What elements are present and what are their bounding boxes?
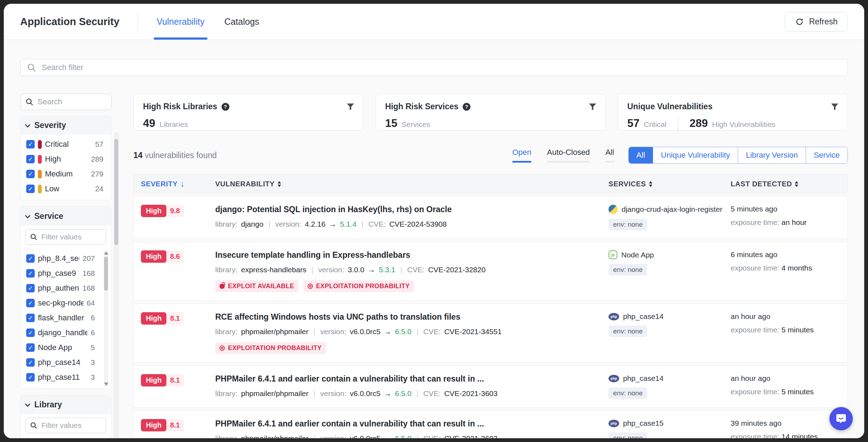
version-fixed: 5.1.4 [340,220,356,228]
table-row[interactable]: High 8.6 Insecure template handling in E… [133,242,848,301]
status-tab[interactable]: Auto-Closed [547,148,590,163]
help-icon[interactable]: ? [222,103,229,111]
service-filter-item[interactable]: ✓ php_authentic... 168 [21,281,111,296]
service-filter-item[interactable]: ✓ php_8.4_secur... 207 [21,251,111,266]
checkbox-checked-icon[interactable]: ✓ [26,328,35,337]
service-filter-item[interactable]: ✓ php_case14 3 [21,355,111,370]
service-name[interactable]: django-crud-ajax-login-register [622,205,723,214]
status-tab[interactable]: All [605,148,614,163]
sort-descending-icon: ↓ [181,179,185,189]
service-filter-item[interactable]: ✓ sec-pkg-node 64 [21,296,111,310]
service-section-header[interactable]: Service [21,207,111,226]
service-name[interactable]: php_case14 [623,312,663,321]
table-row[interactable]: High 8.1 RCE affecting Windows hosts via… [133,303,848,363]
checkbox-checked-icon[interactable]: ✓ [26,254,35,263]
service-filter-item[interactable]: ✓ django_handler 6 [21,325,111,340]
column-header[interactable]: VULNERABILITY ↓ [215,180,609,188]
severity-filter-item[interactable]: ✓ High 289 [21,152,111,167]
filter-funnel-icon[interactable] [589,103,596,110]
sidebar-scrollbar[interactable] [114,132,119,438]
severity-color-pill [38,185,42,193]
checkbox-checked-icon[interactable]: ✓ [26,314,35,322]
column-header[interactable]: SEVERITY ↓ [134,179,215,189]
arrow-right-icon: → [384,327,392,336]
column-header[interactable]: SERVICES ↓ [609,180,731,188]
exposure-time: an hour [782,218,807,226]
exposure-time: 5 minutes [782,326,814,334]
service-name[interactable]: Node App [621,251,654,259]
severity-filter-item[interactable]: ✓ Low 24 [21,181,111,196]
vulnerability-meta: library: phpmailer/phpmailer | version: … [215,434,598,438]
view-mode-button[interactable]: All [629,147,653,163]
scrollbar-thumb[interactable] [114,139,118,245]
table-row[interactable]: High 8.1 PHPMailer 6.4.1 and earlier con… [133,365,848,408]
scroll-up-icon[interactable] [104,251,108,255]
checkbox-checked-icon[interactable]: ✓ [26,358,35,367]
help-icon[interactable]: ? [463,103,470,111]
status-tab[interactable]: Open [512,148,531,163]
vulnerability-tags: EXPLOITATION PROBABILITY [215,336,598,354]
main-panel: High Risk Libraries ? 49 Libraries [133,94,848,438]
checkbox-checked-icon[interactable]: ✓ [26,170,35,178]
service-section: Service ✓ [20,207,112,389]
version-fixed: 5.3.1 [379,266,395,274]
table-header: SEVERITY ↓ VULNERABILITY ↓ [133,174,848,193]
vulnerability-title[interactable]: PHPMailer 6.4.1 and earlier contain a vu… [215,419,598,429]
checkbox-checked-icon[interactable]: ✓ [26,284,35,292]
severity-filter-item[interactable]: ✓ Critical 57 [21,137,111,152]
column-header[interactable]: LAST DETECTED ↓ [731,180,847,188]
checkbox-checked-icon[interactable]: ✓ [26,140,35,149]
view-mode-button[interactable]: Library Version [738,147,806,163]
scroll-down-icon[interactable] [104,383,108,386]
refresh-icon [795,17,804,26]
checkbox-checked-icon[interactable]: ✓ [26,373,35,382]
library-name: phpmailer/phpmailer [241,327,308,336]
service-list-scrollbar[interactable] [104,250,108,387]
chat-widget-button[interactable] [829,407,853,430]
service-filter-item[interactable]: ✓ php_case11 3 [21,370,111,385]
library-filter-input[interactable] [41,421,95,430]
view-mode-button[interactable]: Unique Vulnerability [653,147,738,163]
service-filter-box [25,229,106,245]
service-filter-item[interactable]: ✓ php_case9 168 [21,266,111,281]
library-section-header[interactable]: Library [21,395,111,414]
facet-count: 3 [91,358,97,367]
high-risk-libraries-card: High Risk Libraries ? 49 Libraries [133,94,364,130]
main-tab[interactable]: Catalogs [224,4,259,40]
facet-count: 24 [95,185,105,193]
severity-color-pill [38,155,42,164]
checkbox-checked-icon[interactable]: ✓ [26,269,35,278]
severity-badge: High [141,419,166,431]
vulnerability-title[interactable]: RCE affecting Windows hosts via UNC path… [215,312,598,322]
checkbox-checked-icon[interactable]: ✓ [26,155,35,163]
service-filter-item[interactable]: ✓ flask_handler 6 [21,310,111,325]
arrow-right-icon: → [384,389,392,398]
checkbox-checked-icon[interactable]: ✓ [26,299,35,307]
search-filter-input[interactable] [42,63,841,72]
filter-funnel-icon[interactable] [347,103,354,110]
service-name[interactable]: php_case14 [623,374,663,383]
checkbox-checked-icon[interactable]: ✓ [26,343,35,352]
severity-score: 8.1 [164,312,184,325]
scrollbar-thumb[interactable] [104,257,108,291]
table-row[interactable]: High 8.1 PHPMailer 6.4.1 and earlier con… [133,410,848,438]
service-name[interactable]: php_case15 [623,419,663,428]
facet-count: 57 [95,140,105,149]
sidebar-search-input[interactable] [38,97,91,106]
arrow-right-icon: → [368,266,375,274]
severity-filter-item[interactable]: ✓ Medium 279 [21,167,111,181]
vulnerability-title[interactable]: Insecure template handling in Express-ha… [215,250,598,260]
severity-section-header[interactable]: Severity [21,116,111,135]
header-divider [138,14,138,30]
vulnerability-title[interactable]: django: Potential SQL injection in HasKe… [215,205,598,214]
refresh-button[interactable]: Refresh [785,12,848,31]
table-row[interactable]: High 9.8 django: Potential SQL injection… [133,196,848,239]
service-filter-input[interactable] [41,233,95,241]
checkbox-checked-icon[interactable]: ✓ [26,185,35,193]
main-tab[interactable]: Vulnerability [156,4,204,40]
filter-funnel-icon[interactable] [831,103,838,110]
service-filter-item[interactable]: ✓ Node App 5 [21,340,111,355]
vulnerability-title[interactable]: PHPMailer 6.4.1 and earlier contain a vu… [215,374,598,384]
view-mode-button[interactable]: Service [806,147,847,163]
version-fixed: 6.5.0 [395,434,412,438]
